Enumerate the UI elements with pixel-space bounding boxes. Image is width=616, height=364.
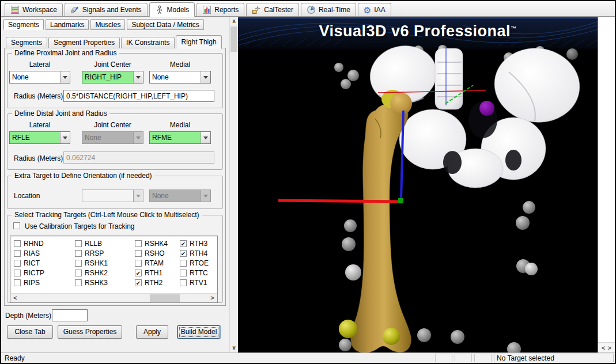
tab-label: Models [167, 6, 190, 14]
model-3d-scene [238, 17, 598, 352]
tab-segments[interactable]: Segments [6, 37, 47, 48]
target-item[interactable]: RTOE [180, 258, 209, 268]
tab-reports[interactable]: Reports [196, 3, 244, 16]
target-item[interactable]: RTH4 [180, 248, 209, 258]
combo-value [82, 190, 133, 202]
guess-properties-button[interactable]: Guess Properties [58, 325, 122, 339]
target-item[interactable]: RTV1 [180, 278, 209, 287]
build-model-button[interactable]: Build Model [177, 325, 220, 339]
target-item[interactable]: RTH3 [180, 238, 209, 248]
target-checkbox[interactable] [135, 279, 142, 286]
viewport-3d[interactable]: Visual3D v6 Professional™ [238, 17, 598, 352]
tab-models[interactable]: Models [149, 2, 195, 17]
left-panel-vscrollbar[interactable]: ∧ ∨ [229, 17, 237, 352]
target-checkbox[interactable] [135, 240, 142, 247]
target-label: RTTC [190, 269, 208, 277]
target-item[interactable]: RSHK2 [75, 268, 108, 278]
target-checkbox[interactable] [14, 279, 21, 286]
scroll-left-icon[interactable]: < [602, 344, 605, 351]
scrollbar-thumb[interactable] [230, 26, 237, 52]
target-item[interactable]: RIPS [14, 278, 44, 287]
target-item[interactable]: RTTC [180, 268, 209, 278]
tab-right-thigh[interactable]: Right Thigh [176, 35, 221, 49]
scroll-left-icon[interactable]: < [11, 294, 20, 302]
depth-label: Depth (Meters): [5, 312, 53, 320]
target-checkbox[interactable] [75, 260, 82, 267]
tab-signals-and-events[interactable]: Signals and Events [65, 3, 148, 16]
target-checkbox[interactable] [135, 250, 142, 257]
target-checkbox[interactable] [135, 260, 142, 267]
scrollbar-thumb[interactable] [150, 294, 180, 302]
target-item[interactable]: RTAM [135, 258, 168, 268]
scroll-down-icon[interactable]: ∨ [230, 344, 238, 352]
target-item[interactable]: RSHK1 [75, 258, 108, 268]
target-item[interactable]: RSHK4 [135, 238, 168, 248]
close-tab-button[interactable]: Close Tab [7, 325, 53, 339]
combo-dropdown-button[interactable] [60, 132, 70, 143]
combo-value: RFLE [10, 132, 60, 143]
target-checkbox[interactable] [135, 270, 142, 276]
tab-caltester[interactable]: CalTester [246, 3, 299, 16]
target-item[interactable]: RTH1 [135, 268, 168, 278]
tab-subject-data-metrics[interactable]: Subject Data / Metrics [127, 19, 203, 30]
apply-button[interactable]: Apply [136, 325, 168, 339]
proximal-radius-input[interactable] [63, 90, 214, 102]
scroll-up-icon[interactable]: ∧ [230, 17, 238, 26]
target-checkbox[interactable] [75, 250, 82, 257]
target-checkbox[interactable] [180, 260, 187, 267]
tab-iaa[interactable]: ⚙ IAA [358, 3, 391, 16]
tab-label: Real-Time [319, 6, 350, 14]
combo-value: None [82, 132, 133, 143]
combo-dropdown-button[interactable] [201, 71, 210, 83]
radius-label: Radius (Meters) [14, 154, 63, 162]
target-item[interactable]: RSHK3 [75, 278, 108, 287]
right-panel-hscrollbar[interactable]: < > [598, 342, 615, 352]
distal-lateral-combo[interactable]: RFLE [9, 131, 70, 144]
tab-segments-top[interactable]: Segments [3, 19, 44, 30]
target-checkbox[interactable] [14, 260, 21, 267]
target-item[interactable]: RHND [14, 238, 44, 248]
target-checkbox[interactable] [14, 240, 21, 247]
target-checkbox[interactable] [75, 240, 82, 247]
target-item[interactable]: RLLB [75, 238, 108, 248]
target-label: RSHO [145, 249, 165, 257]
target-checkbox[interactable] [180, 270, 187, 276]
proximal-joint-center-combo[interactable]: RIGHT_HIP [82, 71, 143, 84]
target-item[interactable]: RIAS [14, 248, 44, 258]
target-checkbox[interactable] [180, 250, 187, 257]
target-item[interactable]: RTH2 [135, 278, 168, 287]
target-item[interactable]: RRSP [75, 248, 108, 258]
tab-landmarks[interactable]: Landmarks [46, 19, 89, 30]
target-list-hscrollbar[interactable]: < > [11, 293, 217, 302]
target-item[interactable]: RICTP [14, 268, 44, 278]
trademark-symbol: ™ [511, 25, 517, 32]
target-checkbox[interactable] [75, 279, 82, 286]
target-column: RLLB RRSP RSHK1 RSHK2 RSHK3 [75, 238, 108, 287]
distal-medial-combo[interactable]: RFME [149, 131, 211, 144]
combo-dropdown-button[interactable] [60, 71, 70, 83]
target-checkbox[interactable] [14, 250, 21, 257]
scroll-right-icon[interactable]: > [208, 294, 217, 302]
scroll-right-icon[interactable]: > [608, 344, 611, 351]
use-calibration-checkbox[interactable] [13, 222, 20, 229]
proximal-medial-combo[interactable]: None [149, 71, 211, 84]
depth-input[interactable] [52, 309, 88, 321]
target-item[interactable]: RSHO [135, 248, 168, 258]
target-checkbox[interactable] [180, 240, 187, 247]
combo-dropdown-button[interactable] [133, 71, 143, 83]
combo-dropdown-button[interactable] [201, 132, 210, 143]
tab-ik-constraints[interactable]: IK Constraints [121, 37, 175, 48]
chevron-down-icon [136, 195, 141, 198]
target-checkbox[interactable] [14, 270, 21, 276]
tab-segment-properties[interactable]: Segment Properties [48, 37, 120, 48]
target-item[interactable]: RICT [14, 258, 44, 268]
tab-label: IAA [374, 6, 385, 14]
target-label: RTOE [190, 259, 209, 267]
combo-dropdown-button [133, 190, 143, 202]
tab-muscles[interactable]: Muscles [90, 19, 125, 30]
tab-real-time[interactable]: Real-Time [301, 3, 356, 16]
tab-workspace[interactable]: Workspace [5, 3, 63, 16]
target-checkbox[interactable] [75, 270, 82, 276]
target-checkbox[interactable] [180, 279, 187, 286]
proximal-lateral-combo[interactable]: None [9, 71, 70, 84]
